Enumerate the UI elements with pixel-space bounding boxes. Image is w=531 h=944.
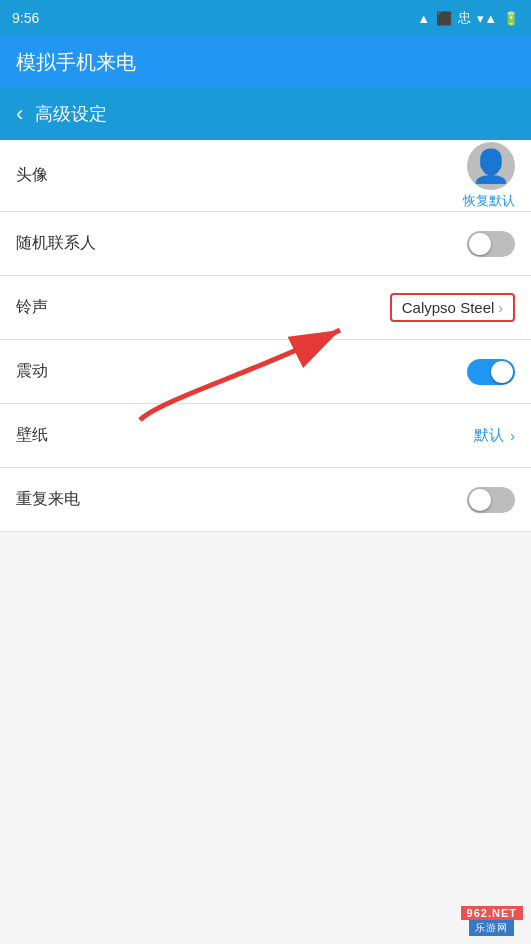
wifi-icon: ▾▲ <box>477 11 497 26</box>
restore-default-button[interactable]: 恢复默认 <box>463 192 515 210</box>
app-title: 模拟手机来电 <box>16 49 136 76</box>
watermark-top: 962.NET <box>461 906 523 920</box>
settings-list: 头像 👤 恢复默认 随机联系人 铃声 Calypso Steel › 震动 壁纸 <box>0 140 531 532</box>
random-contact-toggle[interactable] <box>467 231 515 257</box>
app-title-bar: 模拟手机来电 <box>0 36 531 88</box>
ringtone-value-box[interactable]: Calypso Steel › <box>390 293 515 322</box>
vibration-label: 震动 <box>16 361 48 382</box>
ringtone-value: Calypso Steel <box>402 299 495 316</box>
wallpaper-label: 壁纸 <box>16 425 48 446</box>
vibration-toggle[interactable] <box>467 359 515 385</box>
notification-icon: ⬛ <box>436 11 452 26</box>
chevron-right-icon: › <box>498 300 503 316</box>
battery-icon: 🔋 <box>503 11 519 26</box>
section-title: 高级设定 <box>35 102 107 126</box>
settings-item-random-contact[interactable]: 随机联系人 <box>0 212 531 276</box>
avatar-image: 👤 <box>467 142 515 190</box>
section-header: ‹ 高级设定 <box>0 88 531 140</box>
ringtone-label: 铃声 <box>16 297 48 318</box>
toggle-thumb <box>469 233 491 255</box>
wallpaper-chevron-icon: › <box>510 428 515 444</box>
status-bar: 9:56 ▲ ⬛ 忠 ▾▲ 🔋 <box>0 0 531 36</box>
upload-icon: ▲ <box>417 11 430 26</box>
settings-item-ringtone[interactable]: 铃声 Calypso Steel › <box>0 276 531 340</box>
toggle-thumb-repeat <box>469 489 491 511</box>
watermark: 962.NET 乐游网 <box>461 906 523 936</box>
settings-item-avatar[interactable]: 头像 👤 恢复默认 <box>0 140 531 212</box>
random-contact-label: 随机联系人 <box>16 233 96 254</box>
custom-icon: 忠 <box>458 9 471 27</box>
status-time: 9:56 <box>12 10 39 26</box>
status-icons: ▲ ⬛ 忠 ▾▲ 🔋 <box>417 9 519 27</box>
person-icon: 👤 <box>471 150 511 182</box>
back-button[interactable]: ‹ <box>16 101 23 127</box>
settings-item-repeat-call[interactable]: 重复来电 <box>0 468 531 532</box>
settings-item-vibration[interactable]: 震动 <box>0 340 531 404</box>
repeat-call-toggle[interactable] <box>467 487 515 513</box>
settings-item-wallpaper[interactable]: 壁纸 默认 › <box>0 404 531 468</box>
avatar-container: 👤 恢复默认 <box>463 142 515 210</box>
repeat-call-label: 重复来电 <box>16 489 80 510</box>
watermark-bottom: 乐游网 <box>469 920 514 936</box>
avatar-label: 头像 <box>16 165 48 186</box>
wallpaper-right: 默认 › <box>474 426 515 445</box>
wallpaper-value: 默认 <box>474 426 504 445</box>
toggle-thumb-vibration <box>491 361 513 383</box>
